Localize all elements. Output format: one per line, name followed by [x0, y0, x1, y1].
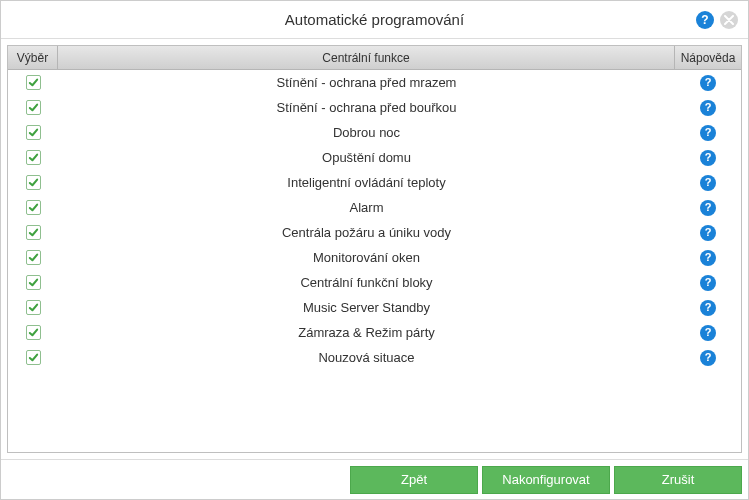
- row-select-cell: [8, 150, 58, 165]
- row-checkbox[interactable]: [26, 275, 41, 290]
- row-select-cell: [8, 75, 58, 90]
- dialog-body: Výběr Centrální funkce Nápověda Stínění …: [1, 39, 748, 459]
- row-function-label: Opuštění domu: [58, 150, 675, 165]
- functions-grid: Výběr Centrální funkce Nápověda Stínění …: [7, 45, 742, 453]
- row-function-label: Monitorování oken: [58, 250, 675, 265]
- row-checkbox[interactable]: [26, 75, 41, 90]
- row-help-icon[interactable]: ?: [700, 350, 716, 366]
- row-help-cell: ?: [675, 275, 741, 291]
- row-help-cell: ?: [675, 300, 741, 316]
- configure-button[interactable]: Nakonfigurovat: [482, 466, 610, 494]
- row-function-label: Centrální funkční bloky: [58, 275, 675, 290]
- row-checkbox[interactable]: [26, 125, 41, 140]
- row-help-icon[interactable]: ?: [700, 175, 716, 191]
- row-help-cell: ?: [675, 100, 741, 116]
- row-help-icon[interactable]: ?: [700, 225, 716, 241]
- row-select-cell: [8, 125, 58, 140]
- row-select-cell: [8, 300, 58, 315]
- table-row: Stínění - ochrana před bouřkou?: [8, 95, 741, 120]
- row-checkbox[interactable]: [26, 325, 41, 340]
- grid-header: Výběr Centrální funkce Nápověda: [8, 46, 741, 70]
- row-help-cell: ?: [675, 75, 741, 91]
- row-function-label: Stínění - ochrana před bouřkou: [58, 100, 675, 115]
- row-help-cell: ?: [675, 150, 741, 166]
- row-help-icon[interactable]: ?: [700, 250, 716, 266]
- table-row: Alarm?: [8, 195, 741, 220]
- header-select[interactable]: Výběr: [8, 46, 58, 69]
- grid-rows: Stínění - ochrana před mrazem?Stínění - …: [8, 70, 741, 452]
- table-row: Centrální funkční bloky?: [8, 270, 741, 295]
- table-row: Stínění - ochrana před mrazem?: [8, 70, 741, 95]
- close-icon[interactable]: [720, 11, 738, 29]
- table-row: Inteligentní ovládání teploty?: [8, 170, 741, 195]
- row-select-cell: [8, 350, 58, 365]
- row-select-cell: [8, 200, 58, 215]
- table-row: Zámraza & Režim párty?: [8, 320, 741, 345]
- dialog-window: Automatické programování ? Výběr Centrál…: [0, 0, 749, 500]
- row-help-icon[interactable]: ?: [700, 75, 716, 91]
- table-row: Opuštění domu?: [8, 145, 741, 170]
- row-function-label: Zámraza & Režim párty: [58, 325, 675, 340]
- row-help-cell: ?: [675, 225, 741, 241]
- row-checkbox[interactable]: [26, 175, 41, 190]
- row-help-icon[interactable]: ?: [700, 125, 716, 141]
- row-help-icon[interactable]: ?: [700, 150, 716, 166]
- dialog-title: Automatické programování: [285, 11, 464, 28]
- table-row: Monitorování oken?: [8, 245, 741, 270]
- row-select-cell: [8, 250, 58, 265]
- back-button[interactable]: Zpět: [350, 466, 478, 494]
- row-checkbox[interactable]: [26, 200, 41, 215]
- row-help-cell: ?: [675, 325, 741, 341]
- row-checkbox[interactable]: [26, 250, 41, 265]
- row-help-icon[interactable]: ?: [700, 200, 716, 216]
- dialog-footer: Zpět Nakonfigurovat Zrušit: [1, 459, 748, 499]
- row-function-label: Inteligentní ovládání teploty: [58, 175, 675, 190]
- row-function-label: Stínění - ochrana před mrazem: [58, 75, 675, 90]
- table-row: Music Server Standby?: [8, 295, 741, 320]
- row-help-cell: ?: [675, 350, 741, 366]
- row-select-cell: [8, 275, 58, 290]
- row-help-icon[interactable]: ?: [700, 325, 716, 341]
- row-select-cell: [8, 225, 58, 240]
- row-function-label: Music Server Standby: [58, 300, 675, 315]
- row-function-label: Alarm: [58, 200, 675, 215]
- table-row: Dobrou noc?: [8, 120, 741, 145]
- header-help[interactable]: Nápověda: [675, 46, 741, 69]
- titlebar-right-icons: ?: [696, 11, 738, 29]
- table-row: Nouzová situace?: [8, 345, 741, 370]
- row-function-label: Nouzová situace: [58, 350, 675, 365]
- row-checkbox[interactable]: [26, 300, 41, 315]
- row-select-cell: [8, 100, 58, 115]
- row-select-cell: [8, 175, 58, 190]
- header-function[interactable]: Centrální funkce: [58, 46, 675, 69]
- row-checkbox[interactable]: [26, 100, 41, 115]
- row-help-cell: ?: [675, 200, 741, 216]
- titlebar: Automatické programování ?: [1, 1, 748, 39]
- row-help-icon[interactable]: ?: [700, 275, 716, 291]
- cancel-button[interactable]: Zrušit: [614, 466, 742, 494]
- row-checkbox[interactable]: [26, 150, 41, 165]
- row-select-cell: [8, 325, 58, 340]
- row-checkbox[interactable]: [26, 225, 41, 240]
- row-help-icon[interactable]: ?: [700, 300, 716, 316]
- row-checkbox[interactable]: [26, 350, 41, 365]
- row-help-icon[interactable]: ?: [700, 100, 716, 116]
- table-row: Centrála požáru a úniku vody?: [8, 220, 741, 245]
- row-function-label: Dobrou noc: [58, 125, 675, 140]
- row-function-label: Centrála požáru a úniku vody: [58, 225, 675, 240]
- help-icon[interactable]: ?: [696, 11, 714, 29]
- row-help-cell: ?: [675, 175, 741, 191]
- row-help-cell: ?: [675, 250, 741, 266]
- row-help-cell: ?: [675, 125, 741, 141]
